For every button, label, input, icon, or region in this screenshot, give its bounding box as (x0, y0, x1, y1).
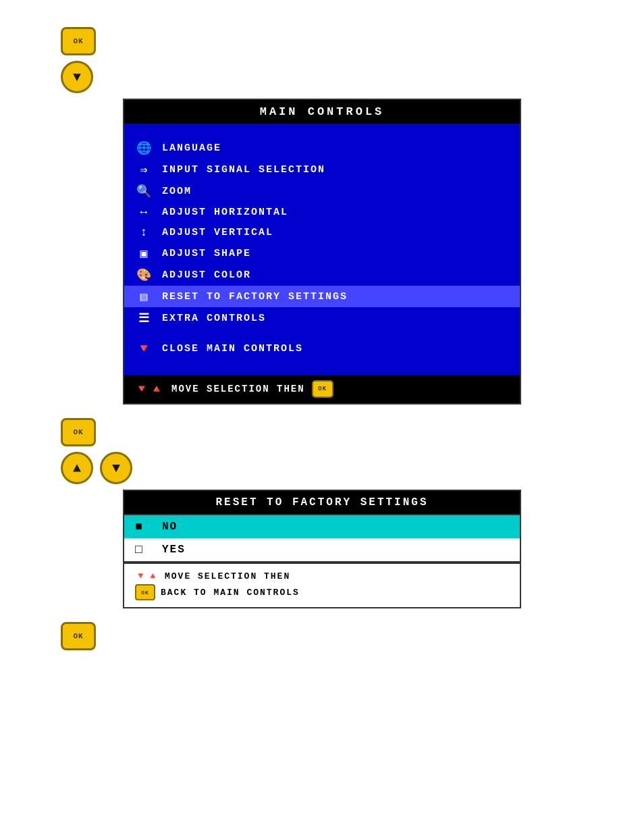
no-label: NO (162, 521, 178, 533)
main-controls-panel: MAIN CONTROLS 🌐 LANGUAGE ⇒ INPUT SIGNAL … (123, 99, 521, 405)
ok-button-2[interactable]: OK (61, 418, 96, 446)
adjust-vertical-label: ADJUST VERTICAL (162, 227, 273, 238)
section2-buttons: OK ▲ ▼ (61, 418, 132, 484)
main-menu-footer: 🔻🔺 MOVE SELECTION THEN OK (124, 375, 520, 403)
menu-item-extra-controls[interactable]: ☰ EXTRA CONTROLS (124, 307, 520, 329)
ok-button-1[interactable]: OK (61, 27, 96, 55)
zoom-icon: 🔍 (135, 184, 154, 199)
footer-ok-badge2: OK (135, 584, 155, 600)
menu-body: 🌐 LANGUAGE ⇒ INPUT SIGNAL SELECTION 🔍 ZO… (124, 124, 520, 375)
footer-arrows-icon: 🔻🔺 (135, 382, 165, 396)
adjust-horizontal-label: ADJUST HORIZONTAL (162, 207, 288, 218)
reset-label: RESET TO FACTORY SETTINGS (162, 291, 348, 303)
reset-footer-text1: MOVE SELECTION THEN (165, 571, 290, 581)
input-signal-icon: ⇒ (135, 162, 154, 177)
close-label: CLOSE MAIN CONTROLS (162, 343, 303, 355)
main-controls-title: MAIN CONTROLS (124, 100, 520, 124)
reset-icon: ▤ (135, 289, 154, 304)
adjust-color-label: ADJUST COLOR (162, 269, 251, 281)
no-icon: ■ (135, 520, 154, 533)
extra-controls-label: EXTRA CONTROLS (162, 313, 266, 324)
reset-footer-line1: 🔻🔺 MOVE SELECTION THEN (135, 569, 509, 583)
reset-item-yes[interactable]: □ YES (124, 538, 520, 561)
zoom-label: ZOOM (162, 186, 192, 197)
menu-item-zoom[interactable]: 🔍 ZOOM (124, 180, 520, 202)
yes-icon: □ (135, 543, 154, 556)
adjust-horizontal-icon: ↔ (135, 205, 154, 219)
yes-label: YES (162, 544, 186, 556)
section1-buttons: OK ▼ (61, 27, 96, 93)
menu-item-adjust-horizontal[interactable]: ↔ ADJUST HORIZONTAL (124, 202, 520, 222)
menu-item-adjust-shape[interactable]: ▣ ADJUST SHAPE (124, 242, 520, 264)
reset-footer-line2: OK BACK TO MAIN CONTROLS (135, 583, 509, 602)
footer-arrows-icon2: 🔻🔺 (135, 571, 159, 581)
close-main-controls-item[interactable]: 🔻 CLOSE MAIN CONTROLS (124, 336, 520, 361)
adjust-color-icon: 🎨 (135, 267, 154, 282)
down-arrow-button-2[interactable]: ▼ (100, 452, 132, 484)
language-label: LANGUAGE (162, 142, 221, 154)
adjust-shape-icon: ▣ (135, 246, 154, 261)
footer-text: MOVE SELECTION THEN (171, 384, 305, 394)
reset-panel: RESET TO FACTORY SETTINGS ■ NO □ YES 🔻🔺 … (123, 490, 521, 608)
footer-ok-badge: OK (312, 380, 333, 398)
adjust-vertical-icon: ↕ (135, 226, 154, 239)
menu-item-reset[interactable]: ▤ RESET TO FACTORY SETTINGS (124, 286, 520, 307)
ok-button-3[interactable]: OK (61, 622, 96, 650)
reset-body: ■ NO □ YES (124, 514, 520, 563)
input-signal-label: INPUT SIGNAL SELECTION (162, 164, 325, 176)
reset-item-no[interactable]: ■ NO (124, 515, 520, 538)
extra-controls-icon: ☰ (135, 311, 154, 325)
menu-item-input-signal[interactable]: ⇒ INPUT SIGNAL SELECTION (124, 159, 520, 180)
menu-item-adjust-vertical[interactable]: ↕ ADJUST VERTICAL (124, 222, 520, 242)
up-arrow-button-2[interactable]: ▲ (61, 452, 93, 484)
language-icon: 🌐 (135, 140, 154, 155)
section3-buttons: OK (61, 622, 96, 650)
adjust-shape-label: ADJUST SHAPE (162, 248, 251, 259)
close-icon: 🔻 (135, 341, 154, 356)
down-arrow-button-1[interactable]: ▼ (61, 61, 93, 93)
reset-footer-text2: BACK TO MAIN CONTROLS (161, 588, 300, 598)
reset-footer: 🔻🔺 MOVE SELECTION THEN OK BACK TO MAIN C… (124, 563, 520, 607)
menu-item-adjust-color[interactable]: 🎨 ADJUST COLOR (124, 264, 520, 286)
arrow-row: ▲ ▼ (61, 452, 132, 484)
page-wrapper: OK ▼ MAIN CONTROLS 🌐 LANGUAGE ⇒ INPUT SI… (0, 14, 644, 650)
menu-item-language[interactable]: 🌐 LANGUAGE (124, 137, 520, 159)
reset-title: RESET TO FACTORY SETTINGS (124, 491, 520, 514)
